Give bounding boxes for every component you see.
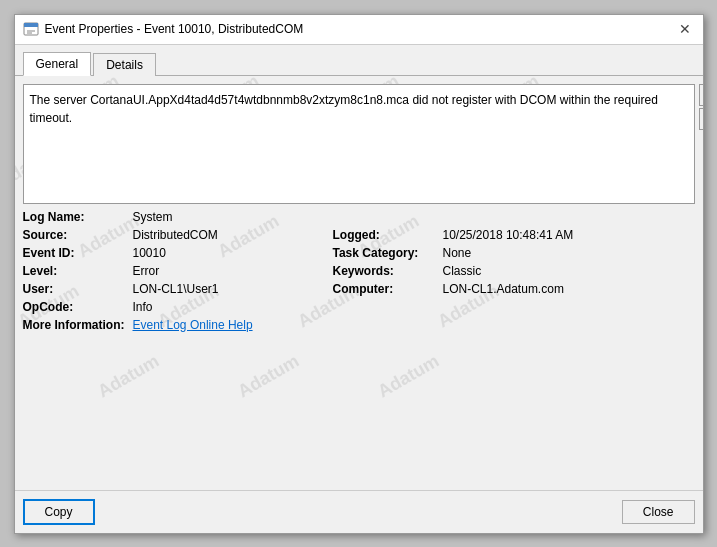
computer-label: Computer:: [333, 282, 443, 296]
computer-value: LON-CL1.Adatum.com: [443, 282, 564, 296]
message-text: The server CortanaUI.AppXd4tad4d57t4wtdb…: [30, 93, 658, 125]
event-id-label: Event ID:: [23, 246, 133, 260]
eventid-task-row: Event ID: 10010 Task Category: None: [23, 246, 695, 260]
message-box-wrapper: The server CortanaUI.AppXd4tad4d57t4wtdb…: [23, 84, 695, 204]
logged-value: 10/25/2018 10:48:41 AM: [443, 228, 574, 242]
tabs-container: General Details: [15, 45, 703, 76]
logged-label: Logged:: [333, 228, 443, 242]
tab-general[interactable]: General: [23, 52, 92, 76]
info-grid: Log Name: System Source: DistributedCOM …: [23, 210, 695, 482]
task-right: Task Category: None: [333, 246, 472, 260]
level-value: Error: [133, 264, 160, 278]
level-label: Level:: [23, 264, 133, 278]
event-properties-dialog: Event Properties - Event 10010, Distribu…: [14, 14, 704, 534]
scroll-down-button[interactable]: ▼: [699, 108, 703, 130]
event-log-online-help-link[interactable]: Event Log Online Help: [133, 318, 253, 332]
keywords-label: Keywords:: [333, 264, 443, 278]
log-name-value: System: [133, 210, 173, 224]
more-info-label: More Information:: [23, 318, 133, 332]
tab-details[interactable]: Details: [93, 53, 156, 76]
source-logged-row: Source: DistributedCOM Logged: 10/25/201…: [23, 228, 695, 242]
task-category-value: None: [443, 246, 472, 260]
close-button[interactable]: Close: [622, 500, 695, 524]
computer-right: Computer: LON-CL1.Adatum.com: [333, 282, 564, 296]
user-value: LON-CL1\User1: [133, 282, 219, 296]
logged-right: Logged: 10/25/2018 10:48:41 AM: [333, 228, 574, 242]
svg-rect-1: [24, 23, 38, 27]
dialog-close-button[interactable]: ✕: [675, 19, 695, 39]
button-bar: Copy Close: [15, 490, 703, 533]
source-label: Source:: [23, 228, 133, 242]
more-info-row: More Information: Event Log Online Help: [23, 318, 695, 332]
scroll-up-button[interactable]: ▲: [699, 84, 703, 106]
opcode-label: OpCode:: [23, 300, 133, 314]
title-bar: Event Properties - Event 10010, Distribu…: [15, 15, 703, 45]
dialog-title: Event Properties - Event 10010, Distribu…: [45, 22, 304, 36]
user-computer-row: User: LON-CL1\User1 Computer: LON-CL1.Ad…: [23, 282, 695, 296]
title-bar-left: Event Properties - Event 10010, Distribu…: [23, 21, 304, 37]
log-name-left: Log Name: System: [23, 210, 333, 224]
source-value: DistributedCOM: [133, 228, 218, 242]
more-info-left: More Information: Event Log Online Help: [23, 318, 333, 332]
level-keywords-row: Level: Error Keywords: Classic: [23, 264, 695, 278]
log-name-label: Log Name:: [23, 210, 133, 224]
user-left: User: LON-CL1\User1: [23, 282, 333, 296]
task-category-label: Task Category:: [333, 246, 443, 260]
copy-button[interactable]: Copy: [23, 499, 95, 525]
user-label: User:: [23, 282, 133, 296]
scroll-buttons: ▲ ▼: [699, 84, 703, 130]
source-left: Source: DistributedCOM: [23, 228, 333, 242]
log-name-row: Log Name: System: [23, 210, 695, 224]
message-box: The server CortanaUI.AppXd4tad4d57t4wtdb…: [23, 84, 695, 204]
content-area: Adatum Adatum Adatum Adatum Adatum Adatu…: [15, 76, 703, 490]
keywords-value: Classic: [443, 264, 482, 278]
eventid-left: Event ID: 10010: [23, 246, 333, 260]
event-id-value: 10010: [133, 246, 166, 260]
keywords-right: Keywords: Classic: [333, 264, 482, 278]
opcode-left: OpCode: Info: [23, 300, 333, 314]
opcode-row: OpCode: Info: [23, 300, 695, 314]
event-icon: [23, 21, 39, 37]
level-left: Level: Error: [23, 264, 333, 278]
opcode-value: Info: [133, 300, 153, 314]
message-area: The server CortanaUI.AppXd4tad4d57t4wtdb…: [23, 84, 695, 204]
